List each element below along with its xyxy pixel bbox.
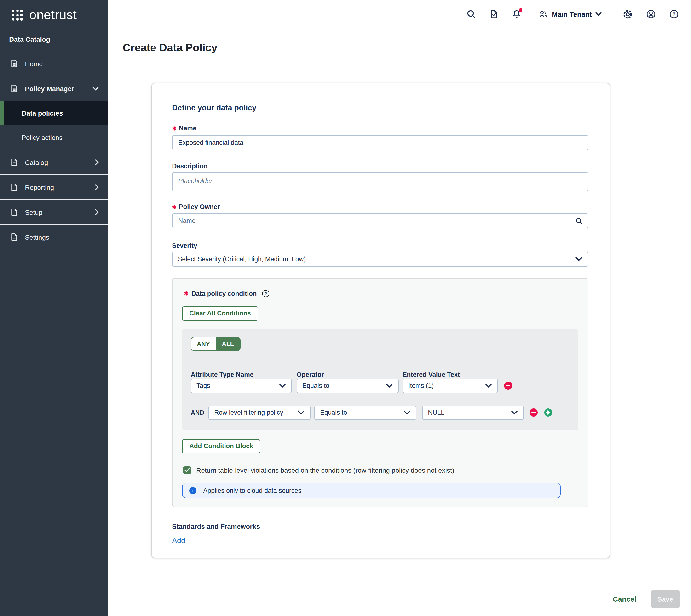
entered-value-select[interactable]: NULL <box>422 405 524 420</box>
sidebar-item-label: Policy actions <box>22 133 63 141</box>
condition-panel: ✱ Data policy condition ? Clear All Cond… <box>172 278 588 507</box>
document-icon <box>10 158 19 166</box>
condition-row: AND Row level filtering policy Equals to… <box>191 405 570 420</box>
remove-condition-icon[interactable] <box>504 382 512 390</box>
entered-value-select[interactable]: Items (1) <box>403 378 498 393</box>
match-toggle: ANY ALL <box>191 337 241 351</box>
severity-select[interactable]: Select Severity (Critical, High, Medium,… <box>172 252 588 266</box>
info-banner-text: Applies only to cloud data sources <box>203 487 302 494</box>
user-circle-icon[interactable] <box>646 9 656 19</box>
name-label: ✱ Name <box>172 125 588 133</box>
chevron-down-icon <box>403 409 411 416</box>
operator-select[interactable]: Equals to <box>297 378 399 393</box>
policy-owner-label: ✱ Policy Owner <box>172 203 588 211</box>
severity-value: Select Severity (Critical, High, Medium,… <box>178 256 306 263</box>
svg-text:?: ? <box>672 11 675 17</box>
sidebar-item-label: Data policies <box>22 109 63 117</box>
document-icon <box>10 84 19 92</box>
entered-value: Items (1) <box>408 382 434 389</box>
chevron-down-icon <box>279 382 286 389</box>
operator-value: Equals to <box>320 409 347 416</box>
app-launcher-grid-icon[interactable] <box>12 9 23 21</box>
operator-value: Equals to <box>303 382 330 389</box>
attribute-type-value: Row level filtering policy <box>214 409 283 416</box>
settings-gear-icon[interactable] <box>622 9 633 19</box>
attribute-type-select[interactable]: Row level filtering policy <box>208 405 311 420</box>
notification-badge <box>519 8 522 12</box>
document-check-icon[interactable] <box>490 9 499 19</box>
add-condition-block-button[interactable]: Add Condition Block <box>182 439 261 453</box>
logo-text: onetrust <box>29 8 77 23</box>
name-field[interactable] <box>172 135 588 150</box>
footer-actions: Cancel Save <box>108 582 691 616</box>
chevron-down-icon <box>485 382 492 389</box>
sidebar-item-catalog[interactable]: Catalog <box>0 150 108 175</box>
tenant-label: Main Tenant <box>552 10 592 18</box>
document-icon <box>10 183 19 191</box>
chevron-down-icon <box>297 409 305 416</box>
policy-owner-field-wrap <box>172 213 588 228</box>
chevron-right-icon <box>95 184 99 190</box>
notifications-bell-icon[interactable] <box>512 9 521 19</box>
match-toggle-any[interactable]: ANY <box>191 337 216 350</box>
save-button[interactable]: Save <box>651 590 680 608</box>
table-level-checkbox-label: Return table-level violations based on t… <box>196 466 454 474</box>
sidebar-item-settings[interactable]: Settings <box>0 224 108 249</box>
attribute-type-select[interactable]: Tags <box>191 378 292 393</box>
column-header: Attribute Type Name <box>191 371 297 378</box>
search-icon[interactable] <box>575 217 583 225</box>
document-icon <box>10 233 19 241</box>
sidebar-item-label: Settings <box>25 233 49 241</box>
add-condition-icon[interactable] <box>544 409 552 417</box>
info-icon: i <box>189 487 197 494</box>
add-standards-link[interactable]: Add <box>172 536 185 545</box>
logo: onetrust <box>0 0 108 23</box>
chevron-right-icon <box>95 159 99 166</box>
column-header: Operator <box>297 371 403 378</box>
main-area: Main Tenant ? Create Data Policy Define … <box>108 0 691 616</box>
search-icon[interactable] <box>467 9 476 19</box>
page-content: Create Data Policy Define your data poli… <box>108 28 691 582</box>
severity-label: Severity <box>172 242 588 249</box>
sidebar-item-policy-manager[interactable]: Policy Manager <box>0 76 108 101</box>
match-toggle-all[interactable]: ALL <box>216 337 240 350</box>
chevron-down-icon <box>511 409 518 416</box>
cancel-button[interactable]: Cancel <box>613 595 637 603</box>
chevron-down-icon <box>595 12 602 16</box>
sidebar-item-home[interactable]: Home <box>0 51 108 76</box>
sidebar-item-reporting[interactable]: Reporting <box>0 175 108 199</box>
required-marker: ✱ <box>172 125 176 133</box>
sidebar-nav: Home Policy Manager Data policies Policy… <box>0 51 108 249</box>
condition-column-headers: Attribute Type Name Operator Entered Val… <box>191 371 570 378</box>
sidebar-item-data-policies[interactable]: Data policies <box>0 101 108 125</box>
policy-owner-field[interactable] <box>172 213 588 228</box>
standards-frameworks-label: Standards and Frameworks <box>172 523 588 530</box>
sidebar-item-label: Catalog <box>25 158 48 166</box>
conjunction-label: AND <box>191 409 204 416</box>
page-title: Create Data Policy <box>123 42 691 54</box>
product-name: Data Catalog <box>0 36 108 51</box>
table-level-checkbox[interactable] <box>183 466 191 474</box>
entered-value: NULL <box>428 409 444 416</box>
sidebar-item-label: Home <box>25 60 43 67</box>
tenant-selector[interactable]: Main Tenant <box>538 9 602 19</box>
sidebar-item-setup[interactable]: Setup <box>0 199 108 224</box>
condition-block: ANY ALL Attribute Type Name Operator Ent… <box>182 329 578 430</box>
tenant-people-icon <box>538 9 549 19</box>
operator-select[interactable]: Equals to <box>314 405 417 420</box>
description-field[interactable] <box>172 172 588 191</box>
help-icon[interactable]: ? <box>262 290 269 297</box>
sidebar-item-label: Reporting <box>25 183 54 191</box>
clear-all-conditions-button[interactable]: Clear All Conditions <box>182 306 258 321</box>
required-marker: ✱ <box>184 289 188 298</box>
remove-condition-icon[interactable] <box>530 409 537 417</box>
sidebar-item-policy-actions[interactable]: Policy actions <box>0 125 108 150</box>
condition-row: Tags Equals to Items (1) <box>191 378 570 393</box>
document-icon <box>10 208 19 216</box>
help-circle-icon[interactable]: ? <box>669 9 679 19</box>
chevron-down-icon <box>92 87 99 90</box>
topbar: Main Tenant ? <box>108 0 691 28</box>
section-title: Define your data policy <box>172 104 588 112</box>
required-marker: ✱ <box>172 203 176 211</box>
sidebar: onetrust Data Catalog Home Policy Manage… <box>0 0 108 616</box>
